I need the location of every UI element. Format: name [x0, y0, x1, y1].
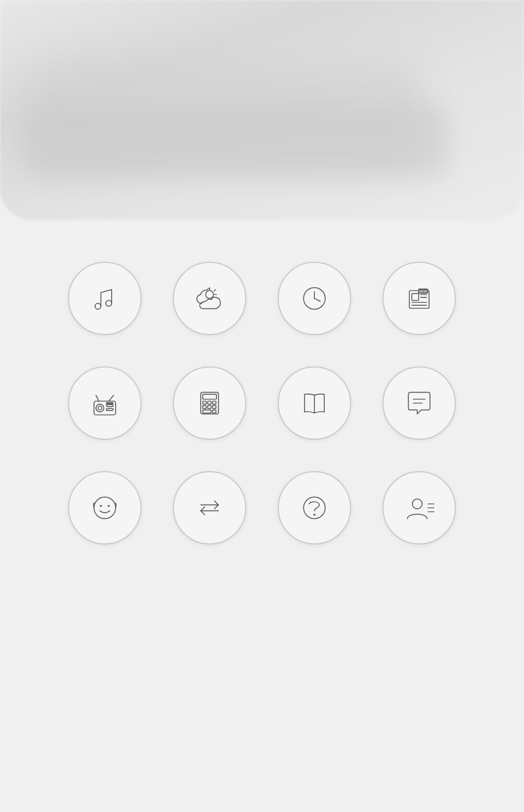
svg-rect-27 — [203, 394, 216, 399]
baby-icon — [89, 492, 121, 524]
svg-line-2 — [101, 290, 112, 293]
svg-rect-34 — [203, 410, 211, 413]
svg-point-39 — [94, 497, 115, 518]
transfer-icon-button[interactable] — [173, 471, 246, 544]
weather-icon — [194, 283, 225, 314]
svg-point-40 — [100, 505, 102, 507]
chat-icon-button[interactable] — [383, 366, 456, 440]
svg-point-44 — [412, 499, 422, 509]
svg-rect-11 — [412, 294, 419, 301]
svg-rect-32 — [208, 406, 211, 409]
svg-point-43 — [313, 514, 315, 516]
radio-icon-button[interactable] — [68, 366, 141, 440]
svg-point-3 — [206, 291, 214, 298]
svg-line-19 — [96, 395, 99, 401]
svg-line-9 — [314, 298, 320, 302]
news-icon: NEW — [403, 283, 435, 314]
svg-rect-35 — [213, 410, 216, 413]
music-icon-button[interactable] — [68, 262, 141, 335]
svg-rect-29 — [208, 401, 211, 404]
svg-rect-30 — [213, 401, 216, 404]
help-icon — [299, 492, 330, 524]
book-icon-button[interactable] — [278, 366, 351, 440]
icon-row-3 — [68, 471, 456, 544]
icon-grid: NEW — [0, 262, 524, 544]
svg-text:NEW: NEW — [419, 290, 428, 293]
calculator-icon-button[interactable] — [173, 366, 246, 440]
blur-shape2 — [21, 105, 451, 178]
calculator-icon — [194, 387, 225, 419]
svg-point-41 — [108, 505, 110, 507]
svg-rect-28 — [203, 401, 206, 404]
contact-icon-button[interactable] — [383, 471, 456, 544]
svg-rect-25 — [106, 403, 113, 404]
svg-line-20 — [109, 395, 114, 401]
icon-row-1: NEW — [68, 262, 456, 335]
book-icon — [299, 387, 330, 419]
contact-icon — [403, 492, 435, 524]
svg-point-22 — [98, 406, 102, 410]
svg-line-5 — [214, 290, 216, 291]
help-icon-button[interactable] — [278, 471, 351, 544]
svg-rect-31 — [203, 406, 206, 409]
svg-rect-23 — [106, 405, 113, 407]
clock-icon-button[interactable] — [278, 262, 351, 335]
news-icon-button[interactable]: NEW — [383, 262, 456, 335]
svg-point-21 — [96, 404, 104, 412]
chat-icon — [403, 387, 435, 419]
svg-rect-24 — [106, 408, 113, 410]
clock-icon — [299, 283, 330, 314]
music-icon — [89, 283, 121, 314]
icon-row-2 — [68, 366, 456, 440]
radio-icon — [89, 387, 121, 419]
baby-icon-button[interactable] — [68, 471, 141, 544]
svg-rect-33 — [213, 406, 216, 409]
transfer-icon — [194, 492, 225, 524]
weather-icon-button[interactable] — [173, 262, 246, 335]
